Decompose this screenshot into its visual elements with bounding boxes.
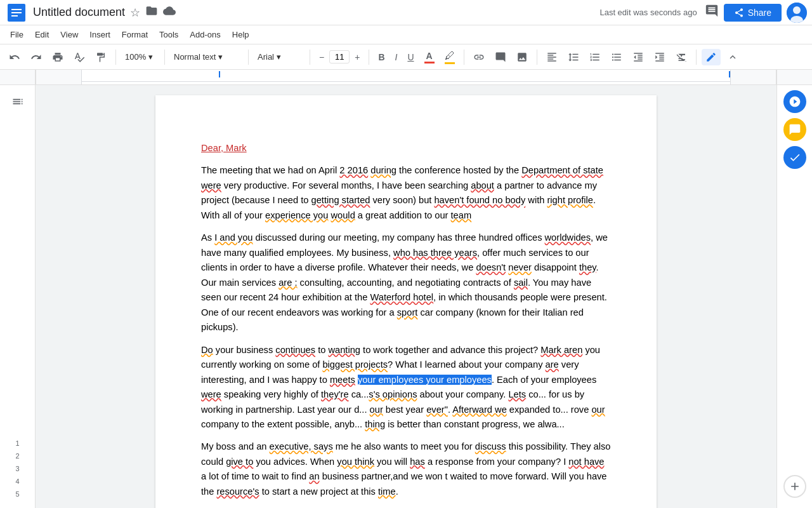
share-button[interactable]: Share xyxy=(724,4,782,22)
menu-format[interactable]: Format xyxy=(117,27,153,42)
error-29: were xyxy=(201,389,221,399)
main-area: 1 2 3 4 5 Dear, Mark The meeting that we… xyxy=(0,85,812,508)
menu-file[interactable]: File xyxy=(5,27,29,42)
menu-bar: File Edit View Insert Format Tools Add-o… xyxy=(0,25,812,44)
font-size-decrease[interactable]: − xyxy=(315,50,328,65)
app-icon xyxy=(5,1,28,24)
menu-insert[interactable]: Insert xyxy=(84,27,115,42)
align-button[interactable] xyxy=(542,49,561,65)
toolbar: 100% ▾ Normal text ▾ Arial ▾ − + B I U A… xyxy=(0,44,812,70)
underline-button[interactable]: U xyxy=(403,50,417,65)
error-9: experience you xyxy=(265,210,328,220)
menu-help[interactable]: Help xyxy=(227,27,254,42)
error-8: right profile xyxy=(547,195,593,205)
highlighted-phrase: your employees your employees xyxy=(358,375,492,385)
collapse-toolbar-button[interactable] xyxy=(723,49,742,65)
error-24: wanting xyxy=(328,345,360,355)
italic-button[interactable]: I xyxy=(391,50,402,65)
edit-mode-button[interactable] xyxy=(702,49,721,65)
error-13: worldwides xyxy=(545,232,591,243)
svg-rect-1 xyxy=(11,9,22,10)
error-17: they xyxy=(579,262,596,272)
error-26: biggest projects xyxy=(322,359,388,370)
share-label: Share xyxy=(748,8,771,18)
font-size-input[interactable] xyxy=(329,50,350,64)
comment-inline-button[interactable] xyxy=(491,49,510,65)
error-37: thing xyxy=(365,419,385,429)
error-3: Department of state xyxy=(521,165,603,175)
cloud-icon[interactable] xyxy=(163,4,176,20)
error-25: Mark aren xyxy=(540,345,582,355)
highlight-color-bar xyxy=(445,62,455,64)
sep6 xyxy=(464,50,464,65)
salutation-para: Dear, Mark xyxy=(201,141,611,156)
error-27: are xyxy=(546,359,559,370)
sep1 xyxy=(115,50,116,65)
highlight-color-indicator: 🖊 xyxy=(445,50,455,64)
para-1: The meeting that we had on April 2 2016 … xyxy=(201,163,611,223)
comments-button[interactable] xyxy=(705,4,719,21)
font-arrow: ▾ xyxy=(277,52,281,62)
image-button[interactable] xyxy=(513,49,532,65)
zoom-select[interactable]: 100% ▾ xyxy=(121,50,159,64)
error-34: ever" xyxy=(426,404,448,415)
menu-tools[interactable]: Tools xyxy=(154,27,183,42)
undo-button[interactable] xyxy=(5,49,24,65)
sep3 xyxy=(248,50,249,65)
numbered-list-button[interactable] xyxy=(586,49,605,65)
error-43: not have xyxy=(568,457,604,467)
bold-button[interactable]: B xyxy=(374,50,388,65)
paint-format-button[interactable] xyxy=(91,49,110,65)
folder-icon[interactable] xyxy=(145,4,158,20)
last-edit-text: Last edit was seconds ago xyxy=(599,8,697,17)
error-2: during xyxy=(370,165,396,175)
page-num-5: 5 xyxy=(15,490,19,498)
clear-format-button[interactable] xyxy=(672,49,691,65)
salutation-text: Dear, Mark xyxy=(201,143,247,153)
spellcheck-button[interactable] xyxy=(70,49,89,65)
star-icon[interactable]: ☆ xyxy=(130,6,140,20)
error-10: would xyxy=(331,210,355,220)
print-button[interactable] xyxy=(48,49,67,65)
line-spacing-button[interactable] xyxy=(564,49,583,65)
sep5 xyxy=(369,50,369,65)
ruler-inner xyxy=(36,70,776,84)
style-arrow: ▾ xyxy=(218,52,223,62)
highlight-color-button[interactable]: 🖊 xyxy=(441,48,459,67)
error-39: discuss xyxy=(475,441,506,451)
zoom-arrow: ▾ xyxy=(148,52,153,62)
bullet-list-button[interactable] xyxy=(607,49,626,65)
increase-indent-button[interactable] xyxy=(650,49,669,65)
menu-edit[interactable]: Edit xyxy=(30,27,54,42)
doc-title[interactable]: Untitled document xyxy=(33,6,125,19)
error-40: give to xyxy=(226,457,253,467)
doc-area[interactable]: Dear, Mark The meeting that we had on Ap… xyxy=(36,85,776,508)
font-value: Arial xyxy=(258,52,274,62)
doc-outline-icon[interactable] xyxy=(6,90,29,113)
redo-button[interactable] xyxy=(27,49,46,65)
error-14: who has three years xyxy=(393,248,477,258)
page-num-2: 2 xyxy=(15,452,19,460)
style-value: Normal text xyxy=(174,52,216,62)
right-icon-1[interactable] xyxy=(783,90,806,113)
right-icon-3[interactable] xyxy=(783,146,806,169)
title-icons: ☆ xyxy=(130,4,176,20)
ruler xyxy=(0,70,812,85)
decrease-indent-button[interactable] xyxy=(629,49,648,65)
right-icon-2[interactable] xyxy=(783,118,806,141)
link-button[interactable] xyxy=(469,49,488,65)
style-select[interactable]: Normal text ▾ xyxy=(170,50,243,64)
error-19: sail xyxy=(514,277,528,288)
avatar[interactable] xyxy=(787,3,807,23)
font-select[interactable]: Arial ▾ xyxy=(254,50,304,64)
right-add-button[interactable] xyxy=(783,475,806,498)
error-7: haven't found no body xyxy=(434,195,525,205)
text-color-button[interactable]: A xyxy=(421,48,438,66)
error-15: doesn't xyxy=(476,262,506,272)
error-28: meets xyxy=(330,375,355,385)
font-size-increase[interactable]: + xyxy=(351,50,363,65)
error-5: about xyxy=(471,180,494,190)
menu-addons[interactable]: Add-ons xyxy=(185,27,225,42)
menu-view[interactable]: View xyxy=(55,27,83,42)
error-36: our xyxy=(591,404,605,415)
